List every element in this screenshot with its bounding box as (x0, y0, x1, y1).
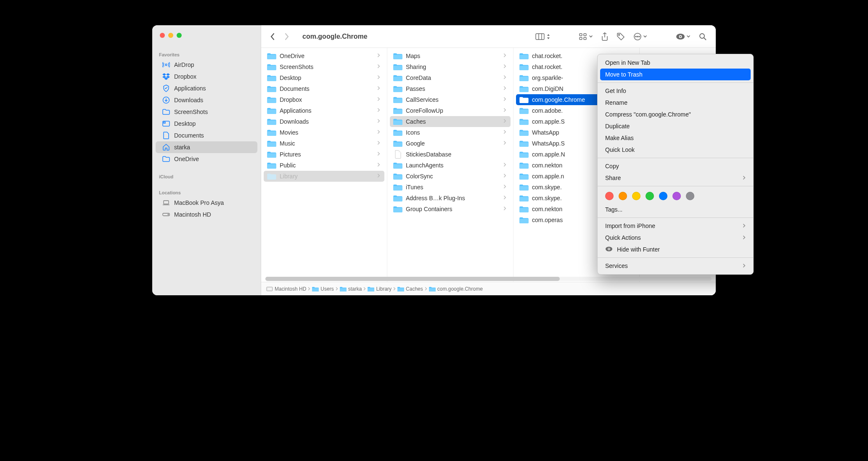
folder-icon (519, 118, 529, 125)
back-button[interactable] (268, 32, 278, 42)
context-menu-item[interactable]: Get Info (598, 85, 753, 97)
folder-row[interactable]: ColorSync (390, 171, 511, 182)
funter-eye-icon[interactable] (673, 32, 693, 42)
path-component[interactable]: starka (340, 286, 362, 292)
folder-row[interactable]: Maps (390, 50, 511, 61)
context-menu-item[interactable]: Services (598, 260, 753, 272)
folder-icon (267, 172, 276, 180)
folder-row[interactable]: iTunes (390, 182, 511, 193)
folder-row[interactable]: Applications (264, 105, 384, 116)
folder-icon (393, 140, 402, 147)
minimize-button[interactable] (168, 33, 173, 38)
sidebar-item-dropbox[interactable]: Dropbox (156, 71, 257, 82)
folder-row[interactable]: Icons (390, 127, 511, 138)
folder-row[interactable]: Pictures (264, 149, 384, 160)
folder-row[interactable]: Address B…k Plug-Ins (390, 193, 511, 204)
tag-color-dot[interactable] (632, 192, 640, 200)
context-menu-item[interactable]: Share (598, 172, 753, 184)
folder-row[interactable]: Desktop (264, 72, 384, 83)
folder-row[interactable]: CoreData (390, 72, 511, 83)
sidebar-item-label: Macintosh HD (174, 211, 211, 218)
folder-row[interactable]: Group Containers (390, 204, 511, 215)
path-component[interactable]: Users (312, 286, 333, 292)
context-menu-item[interactable]: Copy (598, 160, 753, 172)
column-0[interactable]: OneDriveScreenShotsDesktopDocumentsDropb… (261, 48, 387, 282)
horizontal-scrollbar[interactable] (265, 277, 712, 281)
folder-row[interactable]: Downloads (264, 116, 384, 127)
folder-icon (519, 183, 529, 191)
sidebar-item-label: Applications (174, 85, 206, 92)
more-icon[interactable] (631, 31, 650, 42)
file-row[interactable]: StickiesDatabase (390, 149, 511, 160)
path-label: Library (376, 286, 392, 292)
item-label: Public (280, 162, 374, 169)
sidebar-section-title: iCloud (152, 172, 261, 181)
tag-color-dot[interactable] (686, 192, 694, 200)
item-label: CoreFollowUp (406, 107, 500, 114)
folder-row[interactable]: LaunchAgents (390, 160, 511, 171)
context-menu-item[interactable]: Quick Actions (598, 232, 753, 244)
menu-item-label: Services (605, 262, 628, 269)
sidebar-item-desktop[interactable]: Desktop (156, 118, 257, 130)
group-icon[interactable] (577, 32, 595, 42)
zoom-button[interactable] (177, 33, 182, 38)
context-menu-item[interactable]: Rename (598, 97, 753, 109)
context-menu-item[interactable]: Make Alias (598, 132, 753, 144)
tag-color-dot[interactable] (646, 192, 654, 200)
tag-color-dot[interactable] (659, 192, 667, 200)
folder-icon (267, 107, 276, 114)
folder-row[interactable]: ScreenShots (264, 61, 384, 72)
folder-icon (267, 162, 276, 169)
sidebar-item-applications[interactable]: Applications (156, 82, 257, 94)
sidebar-item-screenshots[interactable]: ScreenShots (156, 106, 257, 118)
tag-icon[interactable] (614, 31, 627, 42)
folder-row[interactable]: Movies (264, 127, 384, 138)
menu-item-label: Share (605, 175, 621, 181)
folder-row[interactable]: OneDrive (264, 50, 384, 61)
context-menu-item[interactable]: Open in New Tab (598, 57, 753, 69)
menu-item-label: Make Alias (605, 135, 634, 141)
search-icon[interactable] (696, 31, 709, 42)
folder-row[interactable]: Dropbox (264, 94, 384, 105)
sidebar-item-starka[interactable]: starka (156, 141, 257, 153)
path-separator (336, 286, 338, 292)
context-menu-item[interactable]: Hide with Funter (598, 244, 753, 255)
folder-row[interactable]: Library (264, 171, 384, 182)
tag-color-dot[interactable] (672, 192, 681, 200)
sidebar-item-downloads[interactable]: Downloads (156, 94, 257, 106)
folder-row[interactable]: Passes (390, 83, 511, 94)
path-component[interactable]: Library (368, 286, 392, 292)
close-button[interactable] (160, 33, 165, 38)
context-menu-item[interactable]: Import from iPhone (598, 220, 753, 232)
folder-row[interactable]: Caches (390, 116, 511, 127)
sidebar-item-macintosh-hd[interactable]: Macintosh HD (156, 209, 257, 220)
path-component[interactable]: com.google.Chrome (429, 286, 483, 292)
folder-icon (393, 129, 402, 136)
folder-row[interactable]: Google (390, 138, 511, 149)
sidebar-item-onedrive[interactable]: OneDrive (156, 153, 257, 165)
context-menu-item[interactable]: Quick Look (598, 144, 753, 156)
path-component[interactable]: Caches (397, 286, 423, 292)
sidebar-item-airdrop[interactable]: AirDrop (156, 59, 257, 71)
folder-row[interactable]: CallServices (390, 94, 511, 105)
folder-row[interactable]: Sharing (390, 61, 511, 72)
folder-row[interactable]: Documents (264, 83, 384, 94)
tag-color-dot[interactable] (605, 192, 614, 200)
context-menu-item[interactable]: Move to Trash (600, 69, 751, 80)
context-menu-item[interactable]: Compress "com.google.Chrome" (598, 109, 753, 120)
folder-row[interactable]: Music (264, 138, 384, 149)
context-menu-item[interactable]: Tags... (598, 204, 753, 215)
forward-button[interactable] (281, 32, 291, 42)
svg-rect-9 (536, 34, 544, 40)
path-component[interactable]: Macintosh HD (266, 286, 306, 292)
folder-row[interactable]: Public (264, 160, 384, 171)
view-columns-icon[interactable] (533, 32, 553, 42)
sidebar-item-documents[interactable]: Documents (156, 130, 257, 141)
context-menu-item[interactable]: Duplicate (598, 120, 753, 132)
chevron-right-icon (503, 130, 506, 135)
folder-row[interactable]: CoreFollowUp (390, 105, 511, 116)
sidebar-item-macbook-pro-asya[interactable]: MacBook Pro Asya (156, 197, 257, 209)
column-1[interactable]: MapsSharingCoreDataPassesCallServicesCor… (387, 48, 513, 282)
tag-color-dot[interactable] (619, 192, 627, 200)
share-icon[interactable] (599, 31, 611, 42)
